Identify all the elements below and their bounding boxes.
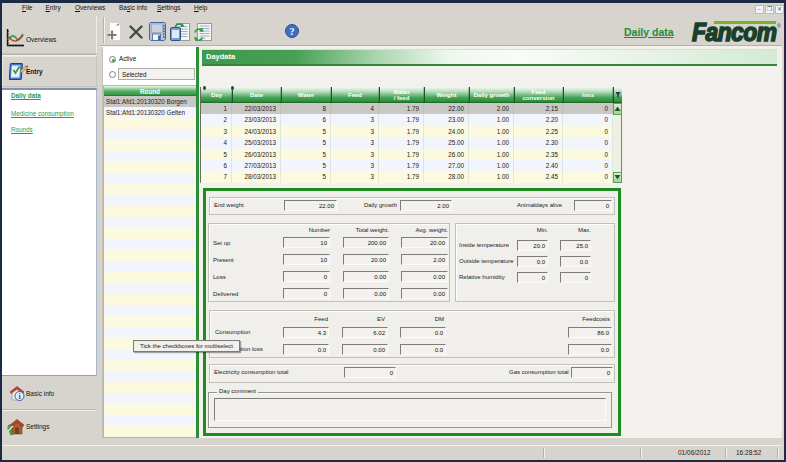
svg-text:?: ? bbox=[290, 26, 295, 37]
